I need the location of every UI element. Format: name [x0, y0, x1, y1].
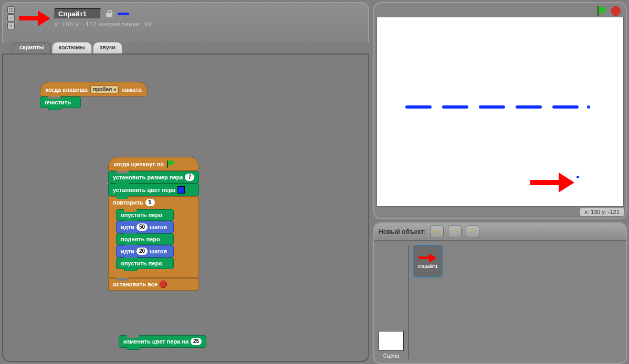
stage-mouse-coords: x: 130 y: -121	[580, 208, 624, 216]
sprite-thumb-label: Спрайт1	[418, 264, 437, 269]
block-text: когда клавиша	[46, 87, 88, 93]
green-flag-button[interactable]	[596, 6, 607, 16]
stage-label: Сцена	[383, 353, 400, 359]
stage-thumbnail-column: Сцена	[379, 245, 409, 359]
sprite-preview-arrow-icon	[19, 10, 50, 26]
pen-trail-dash	[516, 105, 542, 109]
sprite-coords-label: x: 158 y: -117 направление: 90	[55, 21, 152, 27]
pen-trail-dash	[552, 105, 579, 109]
repeat-count-input[interactable]: 5	[145, 199, 155, 206]
set-pen-color-block[interactable]: установить цвет пера	[108, 184, 199, 196]
pen-down-block-2[interactable]: опустить перо	[116, 258, 174, 269]
tab-row: скрипты костюмы звуки	[0, 42, 371, 53]
block-text: установить цвет пера	[113, 187, 175, 193]
tab-scripts[interactable]: скрипты	[13, 42, 51, 53]
view-small-icon[interactable]: ◫	[7, 6, 15, 14]
tab-costumes[interactable]: костюмы	[52, 42, 92, 53]
sprite-position-dot	[576, 176, 579, 178]
script-stack-1[interactable]: когда клавиша пробел нажата очистить	[40, 82, 148, 108]
scripts-area[interactable]: когда клавиша пробел нажата очистить ког…	[2, 53, 369, 362]
stage-panel: x: 130 y: -121	[373, 2, 627, 219]
key-dropdown[interactable]: пробел	[90, 85, 119, 93]
script-stack-2[interactable]: когда щелкнут по установить размер пера …	[108, 157, 199, 291]
block-text: повторить	[113, 199, 143, 206]
stop-icon	[160, 281, 167, 288]
sprite-name-input[interactable]	[55, 8, 101, 19]
block-text: когда щелкнут по	[114, 161, 164, 167]
sprite-thumb-icon	[418, 253, 437, 263]
pen-down-block[interactable]: опустить перо	[116, 209, 174, 221]
move-block-2[interactable]: идти 20 шагов	[116, 245, 174, 258]
sprite-header: ◫ ↔ ▫ x: 158 y: -117 направление: 90	[2, 2, 369, 42]
block-text: идти	[121, 248, 134, 254]
move-steps-input[interactable]: 20	[137, 248, 148, 255]
surprise-sprite-button[interactable]: ?	[466, 226, 479, 238]
view-large-icon[interactable]: ▫	[7, 22, 15, 29]
pen-trail-dash	[479, 105, 505, 109]
block-text: опустить перо	[121, 212, 162, 218]
view-mode-buttons: ◫ ↔ ▫	[7, 6, 15, 29]
block-text: изменить цвет пера на	[123, 338, 188, 345]
paint-new-sprite-button[interactable]: ✦	[430, 226, 444, 238]
block-text: идти	[121, 224, 134, 230]
set-pen-size-block[interactable]: установить размер пера 7	[108, 171, 199, 184]
pen-trail-dash	[405, 105, 432, 109]
block-text: шагов	[150, 224, 167, 230]
stop-button[interactable]	[611, 6, 621, 16]
script-stack-3[interactable]: изменить цвет пера на 25	[119, 335, 206, 348]
stage-thumbnail[interactable]	[379, 331, 404, 351]
sprite-thumbnail[interactable]: Спрайт1	[413, 245, 443, 277]
block-text: установить размер пера	[113, 174, 183, 180]
move-block-1[interactable]: идти 50 шагов	[116, 221, 174, 233]
green-flag-icon	[166, 160, 175, 168]
when-flag-clicked-block[interactable]: когда щелкнут по	[108, 157, 199, 171]
lock-icon[interactable]	[106, 10, 112, 17]
repeat-block[interactable]: повторить 5 опустить перо идти 50 шагов	[108, 196, 199, 278]
pen-color-swatch[interactable]	[177, 186, 185, 194]
block-text: шагов	[150, 248, 167, 254]
block-text: опустить перо	[121, 260, 162, 266]
view-arrows-icon[interactable]: ↔	[7, 14, 15, 22]
block-text: остановить все	[113, 281, 158, 287]
sprite-list-panel: Новый объект: ✦ ✧ ? Сцена Спрайт1	[373, 222, 627, 364]
block-text: очистить	[45, 99, 71, 105]
pen-trail-dot	[587, 105, 590, 109]
block-text: поднять перо	[121, 236, 160, 242]
new-object-label: Новый объект:	[379, 228, 426, 235]
sprite-list-header: Новый объект: ✦ ✧ ?	[374, 223, 626, 241]
direction-indicator-icon	[118, 13, 129, 15]
block-text: нажата	[121, 87, 141, 93]
pen-up-block[interactable]: поднять перо	[116, 233, 174, 245]
pen-trail-dash	[442, 105, 468, 109]
change-color-input[interactable]: 25	[191, 338, 202, 345]
when-key-pressed-block[interactable]: когда клавиша пробел нажата	[40, 82, 148, 97]
move-steps-input[interactable]: 50	[137, 223, 148, 231]
stage[interactable]	[376, 17, 624, 207]
stop-all-block[interactable]: остановить все	[108, 278, 199, 291]
pen-size-input[interactable]: 7	[185, 174, 194, 181]
clear-block[interactable]: очистить	[40, 97, 81, 108]
tab-sounds[interactable]: звуки	[93, 42, 122, 53]
choose-sprite-button[interactable]: ✧	[448, 226, 462, 238]
change-pen-color-block[interactable]: изменить цвет пера на 25	[119, 335, 206, 348]
